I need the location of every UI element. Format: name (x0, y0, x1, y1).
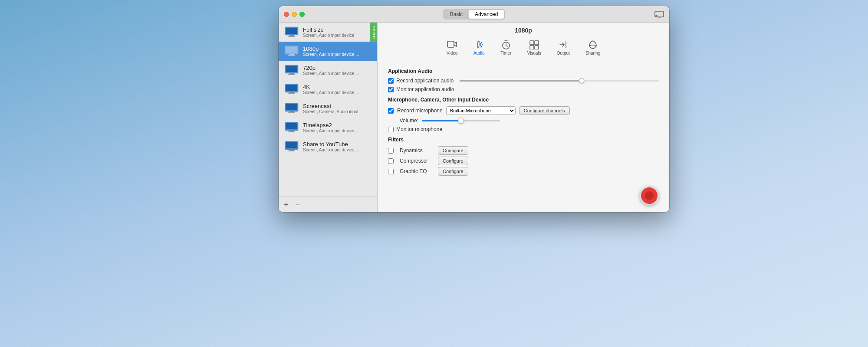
tab-output-label: Output (557, 51, 570, 56)
monitor-icon-screencast (284, 102, 299, 115)
app-window: Basic Advanced Full size (279, 6, 669, 212)
tab-output[interactable]: Output (553, 38, 573, 57)
monitor-icon-720p (284, 64, 299, 76)
720p-title: 720p (303, 65, 372, 71)
remove-preset-button[interactable]: − (296, 201, 300, 209)
sidebar-item-720p[interactable]: 720p Screen, Audio input device,... (279, 61, 377, 80)
monitor-icon (284, 26, 299, 38)
dynamics-checkbox[interactable] (388, 148, 394, 154)
svg-rect-27 (288, 131, 295, 132)
4k-title: 4K (303, 84, 372, 90)
svg-rect-17 (286, 85, 297, 91)
tab-sharing-label: Sharing (585, 51, 600, 56)
panel-title: 1080p (378, 23, 669, 36)
screencast-subtitle: Screen, Camera, Audio input... (303, 109, 368, 114)
record-application-audio-checkbox[interactable] (388, 78, 394, 84)
svg-rect-31 (288, 151, 295, 151)
output-icon (558, 40, 569, 49)
monitor-application-audio-checkbox[interactable] (388, 87, 394, 92)
svg-rect-26 (289, 131, 294, 131)
svg-rect-11 (288, 55, 295, 56)
record-microphone-checkbox[interactable] (388, 108, 394, 114)
tab-timer-label: Timer (500, 51, 511, 56)
configure-channels-button[interactable]: Configure channels (519, 106, 570, 115)
volume-row: Volume: (397, 118, 659, 124)
volume-slider[interactable] (422, 120, 500, 121)
monitor-icon-4k (284, 83, 299, 95)
microphone-section-title: Microphone, Camera, Other Input Device (388, 97, 659, 103)
screencast-text: Screencast Screen, Camera, Audio input..… (303, 103, 372, 114)
basic-mode-button[interactable]: Basic (444, 10, 469, 19)
maximize-button[interactable] (299, 12, 305, 17)
svg-rect-10 (289, 54, 294, 55)
sidebar-item-4k[interactable]: 4K Screen, Audio input device,... (279, 80, 377, 99)
record-application-audio-label: Record application audio (396, 78, 454, 84)
basic-badge: BASIC (370, 23, 377, 42)
svg-rect-2 (655, 15, 658, 16)
timelapse2-subtitle: Screen, Audio input device,... (303, 128, 368, 133)
svg-rect-13 (286, 66, 297, 72)
dynamics-label: Dynamics (400, 147, 434, 154)
1080p-title: 1080p (303, 46, 372, 52)
svg-rect-22 (289, 111, 294, 112)
tab-timer[interactable]: Timer (497, 38, 515, 57)
svg-rect-18 (289, 92, 294, 93)
monitor-microphone-checkbox[interactable] (388, 127, 394, 132)
advanced-mode-button[interactable]: Advanced (469, 10, 504, 19)
sidebar-item-timelapse2[interactable]: Timelapse2 Screen, Audio input device,..… (279, 118, 377, 137)
timelapse2-text: Timelapse2 Screen, Audio input device,..… (303, 122, 372, 133)
tab-video[interactable]: Video (443, 38, 461, 57)
sidebar-footer: + − (279, 196, 377, 212)
close-button[interactable] (284, 12, 289, 17)
compressor-configure-button[interactable]: Configure (438, 157, 468, 165)
svg-rect-21 (286, 104, 297, 110)
monitor-microphone-label: Monitor microphone (396, 126, 442, 132)
record-microphone-row: Record microphone Built-in Microphone Co… (388, 106, 659, 115)
graphic-eq-checkbox[interactable] (388, 169, 394, 174)
graphic-eq-configure-button[interactable]: Configure (438, 167, 468, 176)
graphic-eq-row: Graphic EQ Configure (388, 167, 659, 176)
svg-rect-34 (530, 41, 534, 45)
share-youtube-subtitle: Screen, Audio input device,... (303, 147, 368, 152)
record-button-container (378, 186, 669, 212)
graphic-eq-label: Graphic EQ (400, 168, 434, 174)
tab-bar: Video Audio (378, 36, 669, 61)
compressor-row: Compressor Configure (388, 157, 659, 165)
dynamics-row: Dynamics Configure (388, 146, 659, 155)
svg-rect-6 (289, 35, 294, 36)
sidebar-item-full-size[interactable]: Full size Screen, Audio input device BAS… (279, 23, 377, 42)
title-bar: Basic Advanced (279, 6, 669, 23)
full-size-text: Full size Screen, Audio input device (303, 26, 368, 38)
tab-audio[interactable]: Audio (470, 38, 488, 57)
monitor-application-audio-row: Monitor application audio (388, 86, 659, 92)
monitor-icon-1080p (284, 45, 299, 57)
microphone-device-select[interactable]: Built-in Microphone (446, 106, 516, 115)
tab-visuals[interactable]: Visuals (524, 38, 545, 57)
svg-rect-37 (535, 46, 539, 49)
monitor-application-audio-label: Monitor application audio (396, 86, 454, 92)
monitor-icon-timelapse2 (284, 121, 299, 134)
sharing-icon (587, 40, 598, 49)
tab-sharing[interactable]: Sharing (582, 38, 604, 57)
sidebar-item-1080p[interactable]: 1080p Screen, Audio input device,... (279, 42, 377, 61)
4k-subtitle: Screen, Audio input device,... (303, 90, 368, 95)
add-preset-button[interactable]: + (284, 201, 289, 209)
share-youtube-title: Share to YouTube (303, 141, 372, 147)
sidebar-item-screencast[interactable]: Screencast Screen, Camera, Audio input..… (279, 99, 377, 118)
record-button-inner (645, 191, 654, 200)
svg-rect-25 (286, 123, 297, 129)
minimize-button[interactable] (292, 12, 297, 17)
tab-visuals-label: Visuals (527, 51, 541, 56)
screencast-title: Screencast (303, 103, 372, 109)
sidebar: Full size Screen, Audio input device BAS… (279, 23, 378, 212)
record-button[interactable] (640, 186, 659, 205)
volume-label: Volume: (397, 118, 418, 124)
compressor-checkbox[interactable] (388, 158, 394, 164)
mode-toggle: Basic Advanced (443, 9, 505, 20)
compressor-label: Compressor (400, 158, 434, 164)
dynamics-configure-button[interactable]: Configure (438, 146, 468, 155)
monitor-microphone-row: Monitor microphone (388, 126, 659, 132)
svg-rect-23 (288, 112, 295, 113)
sidebar-item-share-youtube[interactable]: Share to YouTube Screen, Audio input dev… (279, 137, 377, 156)
tab-audio-label: Audio (473, 51, 485, 56)
